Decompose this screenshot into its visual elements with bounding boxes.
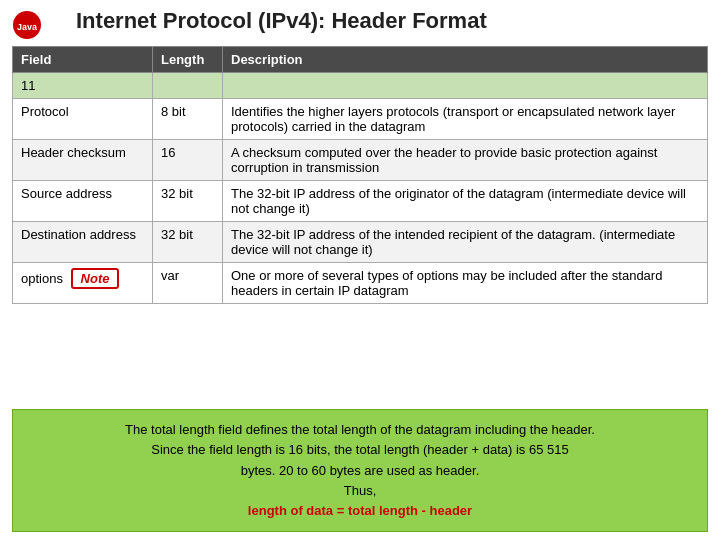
- cell-field: Protocol: [13, 99, 153, 140]
- cell-description: The 32-bit IP address of the originator …: [223, 181, 708, 222]
- info-line2: Since the field length is 16 bits, the t…: [151, 442, 568, 457]
- col-description: Description: [223, 47, 708, 73]
- note-badge: Note: [71, 268, 120, 289]
- cell-field: options Note: [13, 263, 153, 304]
- svg-text:Java: Java: [17, 22, 38, 32]
- info-line5: length of data = total length - header: [248, 503, 472, 518]
- cell-length: var: [153, 263, 223, 304]
- info-line4: Thus,: [344, 483, 377, 498]
- table-row: Header checksum 16 A checksum computed o…: [13, 140, 708, 181]
- table-row: Protocol 8 bit Identifies the higher lay…: [13, 99, 708, 140]
- cell-field: Header checksum: [13, 140, 153, 181]
- cell-field: 11: [13, 73, 153, 99]
- table-row: 11: [13, 73, 708, 99]
- info-box: The total length field defines the total…: [12, 409, 708, 532]
- table-row: Source address 32 bit The 32-bit IP addr…: [13, 181, 708, 222]
- col-field: Field: [13, 47, 153, 73]
- cell-description: [223, 73, 708, 99]
- info-line1: The total length field defines the total…: [125, 422, 595, 437]
- cell-description: One or more of several types of options …: [223, 263, 708, 304]
- cell-length: 8 bit: [153, 99, 223, 140]
- cell-length: 32 bit: [153, 181, 223, 222]
- cell-description: Identifies the higher layers protocols (…: [223, 99, 708, 140]
- cell-description: The 32-bit IP address of the intended re…: [223, 222, 708, 263]
- java-logo-icon: Java: [12, 10, 42, 40]
- table-row: Destination address 32 bit The 32-bit IP…: [13, 222, 708, 263]
- cell-field: Destination address: [13, 222, 153, 263]
- cell-length: [153, 73, 223, 99]
- page-title: Internet Protocol (IPv4): Header Format: [48, 8, 708, 34]
- cell-length: 32 bit: [153, 222, 223, 263]
- col-length: Length: [153, 47, 223, 73]
- cell-length: 16: [153, 140, 223, 181]
- table-row: options Note var One or more of several …: [13, 263, 708, 304]
- cell-description: A checksum computed over the header to p…: [223, 140, 708, 181]
- cell-field: Source address: [13, 181, 153, 222]
- header-table: Field Length Description 11 Protocol 8 b…: [12, 46, 708, 403]
- info-line3: bytes. 20 to 60 bytes are used as header…: [241, 463, 480, 478]
